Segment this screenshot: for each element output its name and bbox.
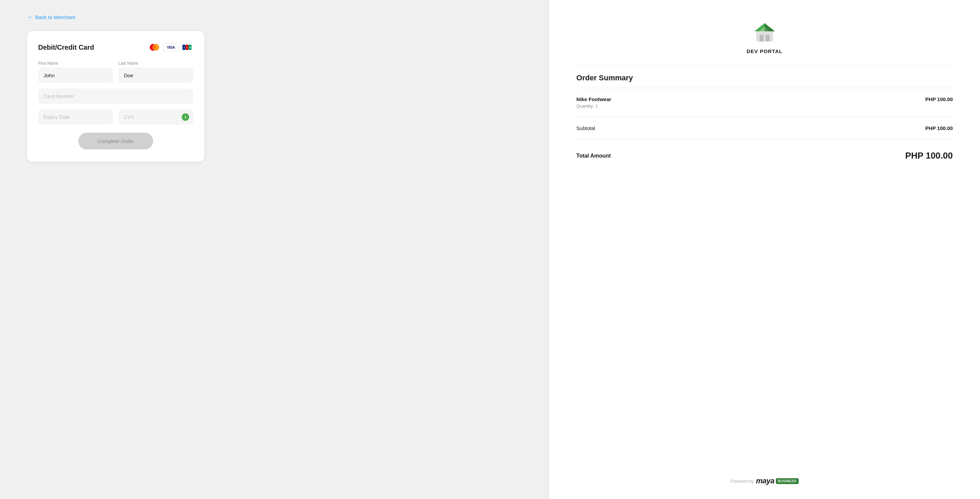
back-to-merchant-link[interactable]: ← Back to Merchant (27, 14, 75, 21)
powered-by: Powered by maya BUSINESS (730, 477, 799, 485)
expiry-input[interactable] (38, 109, 113, 124)
merchant-logo (753, 21, 776, 44)
first-name-label: First Name (38, 61, 113, 66)
order-item-row: Nike Footwear Quantity: 1 PHP 100.00 (576, 96, 953, 108)
subtotal-value: PHP 100.00 (925, 125, 953, 131)
svg-rect-9 (756, 30, 773, 41)
business-badge: BUSINESS (776, 478, 799, 484)
order-item-name: Nike Footwear (576, 96, 611, 102)
svg-rect-10 (759, 35, 764, 41)
visa-icon: VISA (163, 43, 178, 51)
powered-by-text: Powered by (730, 478, 754, 484)
first-name-group: First Name (38, 61, 113, 83)
svg-text:J: J (183, 46, 185, 49)
svg-text:B: B (189, 46, 191, 49)
last-name-group: Last Name (118, 61, 193, 83)
order-summary-title: Order Summary (576, 73, 953, 88)
complete-order-button[interactable]: Complete Order (78, 133, 153, 150)
total-label: Total Amount (576, 153, 611, 159)
first-name-input[interactable] (38, 68, 113, 83)
back-arrow-icon: ← (27, 14, 33, 21)
top-divider (576, 65, 953, 65)
svg-rect-11 (765, 35, 770, 41)
last-name-label: Last Name (118, 61, 193, 66)
card-number-input[interactable] (38, 89, 193, 104)
card-form: Debit/Credit Card VISA J C (27, 31, 204, 162)
maya-text: maya (756, 477, 775, 485)
last-name-input[interactable] (118, 68, 193, 83)
bottom-divider (576, 139, 953, 140)
card-icons: VISA J C B (148, 43, 193, 51)
jcb-icon: J C B (181, 43, 193, 51)
expiry-group (38, 109, 113, 124)
mid-divider (576, 117, 953, 117)
expiry-cvv-row: i (38, 109, 193, 124)
back-to-merchant-label: Back to Merchant (35, 14, 75, 20)
name-row: First Name Last Name (38, 61, 193, 83)
card-form-title: Debit/Credit Card (38, 43, 94, 51)
merchant-name: DEV PORTAL (746, 48, 783, 54)
svg-text:C: C (186, 46, 188, 49)
card-number-group (38, 89, 193, 104)
subtotal-row: Subtotal PHP 100.00 (576, 125, 953, 131)
mastercard-icon (148, 43, 161, 51)
left-panel: ← Back to Merchant Debit/Credit Card VIS… (0, 0, 549, 499)
cvv-info-icon[interactable]: i (182, 113, 189, 121)
total-row: Total Amount PHP 100.00 (576, 148, 953, 161)
subtotal-label: Subtotal (576, 125, 595, 131)
maya-logo: maya BUSINESS (756, 477, 799, 485)
total-value: PHP 100.00 (905, 150, 953, 161)
order-item-info: Nike Footwear Quantity: 1 (576, 96, 611, 108)
cvv-group: i (118, 109, 193, 124)
order-item-price: PHP 100.00 (925, 96, 953, 102)
card-form-header: Debit/Credit Card VISA J C (38, 43, 193, 51)
right-panel: DEV PORTAL Order Summary Nike Footwear Q… (549, 0, 980, 499)
order-item-qty: Quantity: 1 (576, 104, 611, 108)
